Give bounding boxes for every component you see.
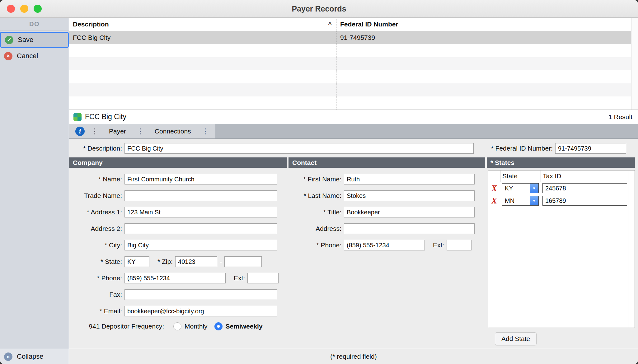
company-section-header: Company xyxy=(69,157,287,168)
address1-input[interactable] xyxy=(124,207,277,217)
fax-input[interactable] xyxy=(124,289,277,300)
collapse-label: Collapse xyxy=(17,352,44,361)
contact-phone-label: * Phone: xyxy=(289,241,344,249)
cancel-button[interactable]: × Cancel xyxy=(0,48,69,64)
first-name-input[interactable] xyxy=(344,174,475,184)
minimize-window-button[interactable] xyxy=(20,5,28,13)
table-row-empty xyxy=(69,96,638,110)
tax-id-input[interactable] xyxy=(542,196,627,206)
payer-records-table: Description ^ Federal ID Number FCC Big … xyxy=(69,18,638,110)
company-section: Company * Name: Trade Name: * xyxy=(69,157,287,349)
save-label: Save xyxy=(18,36,33,44)
contact-title-label: * Title: xyxy=(289,208,344,216)
contact-ext-input[interactable] xyxy=(447,240,471,250)
tab-connections[interactable]: Connections xyxy=(150,126,195,137)
state-select[interactable]: MN ▾ xyxy=(502,196,539,206)
states-table: State Tax ID X KY ▾ xyxy=(488,170,635,328)
zip-suffix-input[interactable] xyxy=(224,256,262,267)
sort-ascending-icon: ^ xyxy=(328,21,332,28)
contact-section: Contact * First Name: * Last Name: xyxy=(289,157,485,349)
radio-on-icon xyxy=(214,322,223,330)
payer-record-icon xyxy=(73,113,82,121)
trade-name-label: Trade Name: xyxy=(69,192,124,199)
radio-semiweekly[interactable]: Semiweekly xyxy=(214,322,263,330)
radio-monthly[interactable]: Monthly xyxy=(173,322,208,330)
collapse-icon: « xyxy=(4,352,12,361)
state-row: X KY ▾ xyxy=(488,182,635,194)
state-select-value: KY xyxy=(502,184,530,193)
trade-name-input[interactable] xyxy=(124,190,277,201)
email-label: * Email: xyxy=(69,307,124,315)
state-select[interactable]: KY ▾ xyxy=(502,183,539,193)
row-description-cell: FCC Big City xyxy=(69,31,336,44)
table-row[interactable]: FCC Big City 91-7495739 xyxy=(69,31,638,44)
table-scrollbar[interactable] xyxy=(631,18,638,110)
description-row: * Description: * Federal ID Number: xyxy=(69,139,638,157)
contact-address-input[interactable] xyxy=(344,223,475,234)
tabs-segment: i ⋮ Payer ⋮ Connections ⋮ xyxy=(69,124,215,138)
delete-state-icon[interactable]: X xyxy=(491,197,497,205)
tab-handle-icon: ⋮ xyxy=(202,128,209,135)
delete-column-header xyxy=(488,170,500,182)
tab-bar: i ⋮ Payer ⋮ Connections ⋮ xyxy=(69,124,638,139)
company-ext-label: Ext: xyxy=(226,274,247,282)
delete-state-icon[interactable]: X xyxy=(491,184,497,193)
sidebar-header: DO xyxy=(0,18,69,30)
traffic-lights xyxy=(7,5,42,13)
semiweekly-label: Semiweekly xyxy=(226,323,263,330)
company-name-input[interactable] xyxy=(124,174,277,184)
states-scrollbar[interactable] xyxy=(628,170,635,328)
chevron-down-icon[interactable]: ▾ xyxy=(530,184,538,193)
company-phone-input[interactable] xyxy=(124,273,226,283)
company-name-label: * Name: xyxy=(69,175,124,183)
states-table-empty-area xyxy=(488,207,635,328)
info-icon[interactable]: i xyxy=(75,127,85,136)
add-state-button[interactable]: Add State xyxy=(495,332,537,345)
state-label: * State: xyxy=(69,258,124,265)
address2-label: Address 2: xyxy=(69,225,124,232)
row-federal-id-cell: 91-7495739 xyxy=(336,31,638,44)
cancel-label: Cancel xyxy=(17,52,38,60)
chevron-down-icon[interactable]: ▾ xyxy=(530,196,538,205)
company-ext-input[interactable] xyxy=(247,273,279,283)
address2-input[interactable] xyxy=(124,223,277,234)
company-phone-label: * Phone: xyxy=(69,274,124,282)
tab-handle-icon: ⋮ xyxy=(91,128,98,135)
tax-id-column-header: Tax ID xyxy=(541,170,635,182)
collapse-button[interactable]: « Collapse xyxy=(0,349,69,364)
save-button[interactable]: ✓ Save xyxy=(0,32,69,48)
zip-label: * Zip: xyxy=(149,258,175,265)
city-input[interactable] xyxy=(124,240,277,250)
zip-input[interactable] xyxy=(175,256,217,267)
sidebar-spacer xyxy=(0,64,69,349)
state-input[interactable] xyxy=(124,256,149,267)
table-row-empty xyxy=(69,83,638,96)
depositor-frequency-row: 941 Depositor Frequency: Monthly Semiwee… xyxy=(69,322,287,330)
description-column-label: Description xyxy=(73,21,109,28)
email-input[interactable] xyxy=(124,306,277,316)
states-table-header: State Tax ID xyxy=(488,170,635,182)
table-row-empty xyxy=(69,44,638,57)
state-column-header: State xyxy=(500,170,541,182)
first-name-label: * First Name: xyxy=(289,175,344,183)
radio-off-icon xyxy=(173,322,181,330)
result-count: 1 Result xyxy=(608,113,632,121)
record-header: FCC Big City 1 Result xyxy=(69,110,638,124)
contact-phone-input[interactable] xyxy=(344,240,425,250)
column-header-federal-id[interactable]: Federal ID Number xyxy=(336,18,638,31)
federal-id-input[interactable] xyxy=(555,143,626,154)
federal-id-column-label: Federal ID Number xyxy=(340,21,398,28)
contact-title-input[interactable] xyxy=(344,207,475,217)
column-header-description[interactable]: Description ^ xyxy=(69,18,336,31)
contact-ext-label: Ext: xyxy=(425,241,447,249)
last-name-input[interactable] xyxy=(344,190,475,201)
table-row-empty xyxy=(69,57,638,70)
tab-payer[interactable]: Payer xyxy=(105,126,130,137)
zoom-window-button[interactable] xyxy=(34,5,42,13)
payer-form: * Description: * Federal ID Number: Comp… xyxy=(69,139,638,349)
description-input[interactable] xyxy=(124,143,474,154)
tax-id-input[interactable] xyxy=(542,183,627,193)
do-sidebar: DO ✓ Save × Cancel « Collapse xyxy=(0,18,69,364)
close-window-button[interactable] xyxy=(7,5,15,13)
window-title: Payer Records xyxy=(292,4,346,13)
